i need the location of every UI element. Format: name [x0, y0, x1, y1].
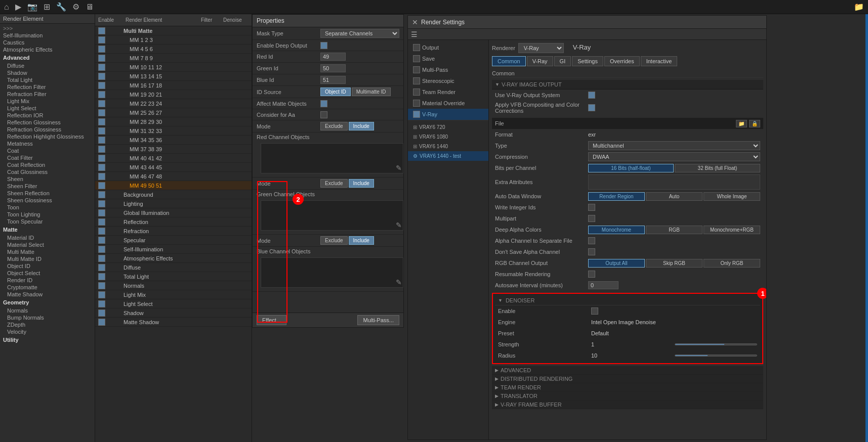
team-render-section[interactable]: ▶ TEAM RENDER — [492, 383, 763, 392]
list-item-light-select[interactable]: Light Select — [0, 105, 95, 112]
enable-checkbox[interactable] — [98, 237, 105, 244]
enable-checkbox[interactable] — [98, 209, 105, 216]
list-item-reflection-filter[interactable]: Reflection Filter — [0, 83, 95, 91]
table-row[interactable]: Light Select — [95, 299, 252, 308]
edit-pencil-icon-3[interactable]: ✎ — [396, 278, 402, 286]
include-btn-1[interactable]: Include — [349, 122, 374, 130]
enable-checkbox[interactable] — [98, 291, 105, 298]
enable-checkbox[interactable] — [98, 310, 105, 317]
denoiser-radius-slider[interactable] — [675, 355, 757, 357]
list-item-metatness[interactable]: Metatness — [0, 140, 95, 147]
file-browse-btn[interactable]: 📁 — [736, 120, 747, 127]
alpha-separate-checkbox[interactable] — [588, 237, 595, 244]
group-label-geometry[interactable]: Geometry — [0, 298, 95, 307]
advanced-section[interactable]: ▶ ADVANCED — [492, 366, 763, 375]
list-item-coat-glossiness[interactable]: Coat Glossiness — [0, 168, 95, 175]
rs-stereo-checkbox[interactable] — [413, 77, 420, 84]
rs-sidebar-item-vray[interactable]: V-Ray — [408, 109, 488, 120]
list-item[interactable]: Self-Illumination — [0, 32, 95, 39]
monochrome-toggle[interactable]: Monochrome — [588, 226, 645, 234]
list-item-material-id[interactable]: Material ID — [0, 234, 95, 241]
rs-sidebar-item-output[interactable]: Output — [408, 42, 488, 53]
enable-checkbox[interactable] — [98, 246, 105, 253]
enable-checkbox[interactable] — [98, 255, 105, 262]
table-row[interactable]: MM 10 11 12 — [95, 63, 252, 72]
enable-checkbox[interactable] — [98, 27, 105, 34]
enable-checkbox[interactable] — [98, 264, 105, 271]
blue-id-input[interactable] — [320, 76, 346, 84]
topbar-icon-grid[interactable]: ⊞ — [42, 1, 52, 13]
list-item-multi-matte-id[interactable]: Multi Matte ID — [0, 255, 95, 262]
skip-rgb-toggle[interactable]: Skip RGB — [646, 259, 702, 268]
table-row[interactable]: Shadow — [95, 308, 252, 318]
list-item-refraction-glossiness[interactable]: Refraction Glossiness — [0, 126, 95, 133]
table-row[interactable]: Normals — [95, 281, 252, 290]
group-label-matte[interactable]: Matte — [0, 225, 95, 234]
table-row[interactable]: MM 31 32 33 — [95, 126, 252, 136]
enable-checkbox[interactable] — [98, 173, 105, 180]
consider-aa-checkbox[interactable] — [320, 111, 327, 118]
table-row[interactable]: MM 22 23 24 — [95, 99, 252, 108]
render-region-toggle[interactable]: Render Region — [588, 192, 645, 201]
table-row[interactable]: Atmospheric Effects — [95, 254, 252, 263]
renderer-select[interactable]: V-Ray — [518, 43, 564, 53]
exclude-btn-2[interactable]: Exclude — [320, 179, 348, 188]
table-row[interactable]: MM 4 5 6 — [95, 45, 252, 54]
enable-checkbox[interactable] — [98, 73, 105, 80]
list-item-coat-reflection[interactable]: Coat Reflection — [0, 161, 95, 168]
vray-frame-buffer-section[interactable]: ▶ V-RAY FRAME BUFFER — [492, 401, 763, 409]
list-item-toon-lighting[interactable]: Toon Lighting — [0, 211, 95, 218]
enable-checkbox[interactable] — [98, 64, 105, 71]
enable-checkbox[interactable] — [98, 109, 105, 116]
write-integer-ids-checkbox[interactable] — [588, 204, 595, 211]
list-item-material-select[interactable]: Material Select — [0, 241, 95, 248]
list-item[interactable]: >>> — [0, 25, 95, 32]
topbar-file-icon[interactable]: 📁 — [852, 1, 866, 13]
exclude-btn-1[interactable]: Exclude — [320, 122, 348, 130]
table-row-background[interactable]: Background — [95, 190, 252, 199]
list-item-normals[interactable]: Normals — [0, 307, 95, 314]
topbar-icon-monitor[interactable]: 🖥 — [84, 2, 96, 13]
enable-checkbox[interactable] — [98, 155, 105, 162]
list-item-coat-filter[interactable]: Coat Filter — [0, 154, 95, 161]
enable-checkbox[interactable] — [98, 273, 105, 280]
list-item-sheen-reflection[interactable]: Sheen Reflection — [0, 190, 95, 197]
enable-checkbox[interactable] — [98, 282, 105, 289]
multimatte-id-btn[interactable]: Multimatte ID — [352, 87, 391, 96]
denoiser-strength-slider[interactable] — [675, 343, 757, 345]
table-row[interactable]: MM 28 29 30 — [95, 117, 252, 126]
rs-preset-vray6-1440[interactable]: ⊞ VRAY6 1440 — [408, 142, 488, 151]
table-row[interactable]: Matte Shadow — [95, 318, 252, 327]
tab-common[interactable]: Common — [492, 56, 526, 66]
table-row[interactable]: MM 40 41 42 — [95, 154, 252, 163]
enable-checkbox[interactable] — [98, 55, 105, 62]
list-item-matte-shadow[interactable]: Matte Shadow — [0, 291, 95, 298]
output-all-toggle[interactable]: Output All — [588, 259, 645, 268]
red-id-input[interactable] — [320, 53, 346, 61]
list-item-shadow[interactable]: Shadow — [0, 69, 95, 76]
auto-toggle[interactable]: Auto — [646, 192, 702, 201]
tab-gi[interactable]: GI — [554, 56, 571, 66]
rs-multipass-checkbox[interactable] — [413, 66, 420, 73]
table-row[interactable]: MM 7 8 9 — [95, 54, 252, 63]
enable-checkbox[interactable] — [98, 100, 105, 107]
rs-sidebar-item-stereoscopic[interactable]: Stereoscopic — [408, 75, 488, 86]
table-row[interactable]: MM 13 14 15 — [95, 72, 252, 81]
enable-checkbox[interactable] — [98, 127, 105, 135]
multi-pass-btn[interactable]: Multi-Pass... — [357, 315, 399, 325]
list-item-toon[interactable]: Toon — [0, 204, 95, 211]
enable-checkbox[interactable] — [98, 46, 105, 53]
table-row[interactable]: MM 19 20 21 — [95, 90, 252, 99]
list-item-zdepth[interactable]: ZDepth — [0, 321, 95, 328]
list-item-diffuse[interactable]: Diffuse — [0, 62, 95, 69]
table-row[interactable]: MM 25 26 27 — [95, 108, 252, 117]
rs-menu-icon[interactable]: ☰ — [411, 30, 418, 38]
tab-settings[interactable]: Settings — [572, 56, 603, 66]
table-row[interactable]: Global Illumination — [95, 208, 252, 217]
list-item-object-id[interactable]: Object ID — [0, 262, 95, 270]
dont-save-alpha-checkbox[interactable] — [588, 248, 595, 255]
list-item[interactable]: Caustics — [0, 39, 95, 46]
effect-btn[interactable]: Effect... — [257, 315, 286, 325]
rs-close-icon[interactable]: ✕ — [412, 18, 418, 26]
only-rgb-toggle[interactable]: Only RGB — [704, 259, 760, 268]
